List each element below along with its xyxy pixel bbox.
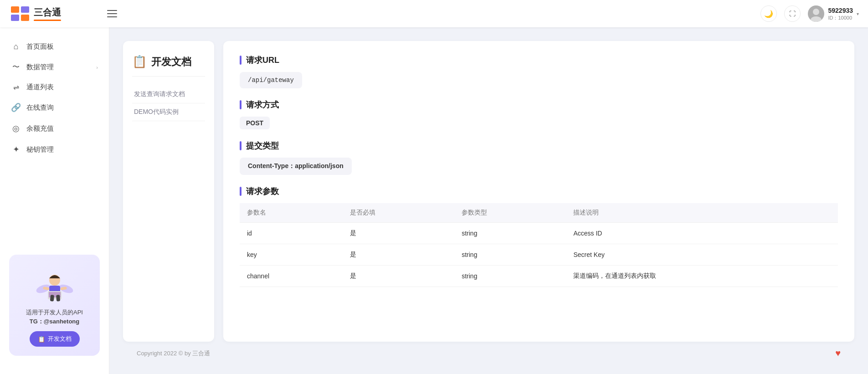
sidebar-item-dashboard-label: 首页面板 — [26, 42, 54, 51]
heart-icon: ♥ — [835, 348, 841, 359]
svg-rect-3 — [21, 15, 29, 21]
dev-card-illustration — [34, 264, 75, 305]
header: 三合通 🌙 ⛶ 5922933 ID：10000 — [0, 0, 868, 27]
doc-panel-title: 开发文档 — [151, 55, 191, 69]
sidebar-item-dashboard[interactable]: ⌂ 首页面板 — [0, 36, 109, 57]
dark-mode-icon: 🌙 — [764, 10, 773, 18]
sidebar-item-key-mgmt[interactable]: ✦ 秘钥管理 — [0, 139, 109, 160]
svg-point-5 — [813, 9, 819, 15]
chevron-down-icon: ▾ — [857, 11, 859, 16]
user-info[interactable]: 5922933 ID：10000 ▾ — [808, 5, 859, 22]
row-2-type: string — [454, 266, 566, 287]
row-0-param: id — [240, 223, 343, 244]
doc-book-icon: 📋 — [132, 55, 147, 69]
sidebar-item-recharge-label: 余额充值 — [26, 124, 54, 133]
logo: 三合通 — [9, 3, 100, 25]
col-param-name: 参数名 — [240, 203, 343, 223]
footer-copyright: Copyright 2022 © by 三合通 — [137, 349, 210, 358]
params-table-head: 参数名 是否必填 参数类型 描述说明 — [240, 203, 838, 223]
sidebar-item-channel-list[interactable]: ⇌ 通道列表 — [0, 77, 109, 97]
left-nav-send-query[interactable]: 发送查询请求文档 — [132, 86, 205, 103]
user-id: ID：10000 — [828, 15, 853, 21]
svg-rect-16 — [56, 295, 60, 302]
home-icon: ⌂ — [11, 42, 21, 51]
section-submit-type-title: 提交类型 — [240, 140, 838, 151]
fullscreen-icon: ⛶ — [789, 10, 796, 17]
request-method-value: POST — [240, 117, 270, 129]
left-panel: 📋 开发文档 发送查询请求文档 DEMO代码实例 — [123, 41, 214, 342]
row-1-desc: Secret Key — [566, 244, 838, 266]
row-0-required: 是 — [343, 223, 454, 244]
table-row: channel 是 string 渠道编码，在通道列表内获取 — [240, 266, 838, 287]
params-table: 参数名 是否必填 参数类型 描述说明 id 是 string Access ID — [240, 203, 838, 287]
dev-card-tg: TG：@sanhetong — [30, 318, 79, 326]
row-1-required: 是 — [343, 244, 454, 266]
svg-rect-0 — [11, 6, 19, 13]
demo-code-label: DEMO代码实例 — [134, 108, 179, 115]
sidebar: ⌂ 首页面板 〜 数据管理 › ⇌ 通道列表 🔗 在线查询 ◎ 余额充值 ✦ — [0, 27, 109, 374]
dev-card-title: 适用于开发人员的API — [26, 308, 83, 317]
table-row: id 是 string Access ID — [240, 223, 838, 244]
user-details: 5922933 ID：10000 — [828, 6, 853, 21]
left-nav-demo-code[interactable]: DEMO代码实例 — [132, 103, 205, 121]
sidebar-nav: ⌂ 首页面板 〜 数据管理 › ⇌ 通道列表 🔗 在线查询 ◎ 余额充值 ✦ — [0, 36, 109, 160]
doc-header: 📋 开发文档 — [132, 55, 205, 77]
footer: Copyright 2022 © by 三合通 ♥ — [123, 342, 854, 365]
col-desc: 描述说明 — [566, 203, 838, 223]
row-2-required: 是 — [343, 266, 454, 287]
dark-mode-button[interactable]: 🌙 — [760, 5, 777, 22]
dev-docs-btn-label: 开发文档 — [48, 335, 72, 343]
row-0-desc: Access ID — [566, 223, 838, 244]
row-0-type: string — [454, 223, 566, 244]
avatar-svg — [808, 5, 824, 22]
main-content: 📋 开发文档 发送查询请求文档 DEMO代码实例 请求URL /api/gate… — [109, 27, 868, 374]
recharge-icon: ◎ — [11, 123, 21, 133]
avatar — [808, 5, 824, 22]
params-table-header-row: 参数名 是否必填 参数类型 描述说明 — [240, 203, 838, 223]
send-query-label: 发送查询请求文档 — [134, 90, 185, 97]
menu-bar-2 — [107, 13, 117, 14]
row-2-desc: 渠道编码，在通道列表内获取 — [566, 266, 838, 287]
illustration-svg — [34, 264, 75, 305]
sidebar-bottom: 适用于开发人员的API TG：@sanhetong 📋 开发文档 — [0, 246, 109, 365]
table-row: key 是 string Secret Key — [240, 244, 838, 266]
logo-label: 三合通 — [34, 6, 61, 19]
search-link-icon: 🔗 — [11, 102, 21, 113]
row-2-param: channel — [240, 266, 343, 287]
sidebar-item-channel-list-label: 通道列表 — [26, 83, 54, 92]
row-1-param: key — [240, 244, 343, 266]
col-type: 参数类型 — [454, 203, 566, 223]
logo-text-wrapper: 三合通 — [34, 6, 61, 21]
svg-rect-1 — [21, 6, 29, 13]
sidebar-item-data-mgmt[interactable]: 〜 数据管理 › — [0, 57, 109, 77]
section-request-url-title: 请求URL — [240, 55, 838, 66]
sidebar-item-recharge[interactable]: ◎ 余额充值 — [0, 118, 109, 139]
dev-docs-button[interactable]: 📋 开发文档 — [30, 331, 80, 347]
content-wrapper: 📋 开发文档 发送查询请求文档 DEMO代码实例 请求URL /api/gate… — [123, 41, 854, 342]
menu-toggle-button[interactable] — [105, 6, 119, 21]
logo-icon — [9, 3, 31, 25]
layout: ⌂ 首页面板 〜 数据管理 › ⇌ 通道列表 🔗 在线查询 ◎ 余额充值 ✦ — [0, 27, 868, 374]
col-required: 是否必填 — [343, 203, 454, 223]
key-icon: ✦ — [11, 144, 21, 154]
sidebar-item-data-mgmt-label: 数据管理 — [26, 63, 54, 72]
sidebar-item-online-query[interactable]: 🔗 在线查询 — [0, 97, 109, 118]
request-url-value: /api/gateway — [240, 72, 302, 88]
sidebar-item-online-query-label: 在线查询 — [26, 103, 54, 112]
section-request-params-title: 请求参数 — [240, 186, 838, 197]
logo-underline — [34, 20, 61, 21]
chart-icon: 〜 — [11, 62, 21, 72]
sidebar-item-key-mgmt-label: 秘钥管理 — [26, 145, 54, 154]
svg-rect-2 — [11, 15, 19, 21]
book-icon: 📋 — [38, 336, 45, 343]
params-table-body: id 是 string Access ID key 是 string Secre… — [240, 223, 838, 287]
submit-type-value: Content-Type：application/json — [240, 158, 352, 175]
channel-icon: ⇌ — [11, 83, 21, 92]
menu-bar-3 — [107, 16, 117, 17]
menu-bar-1 — [107, 10, 117, 11]
header-right: 🌙 ⛶ 5922933 ID：10000 ▾ — [760, 5, 859, 22]
section-request-method-title: 请求方式 — [240, 99, 838, 110]
fullscreen-button[interactable]: ⛶ — [784, 5, 801, 22]
svg-rect-15 — [50, 295, 54, 302]
row-1-type: string — [454, 244, 566, 266]
